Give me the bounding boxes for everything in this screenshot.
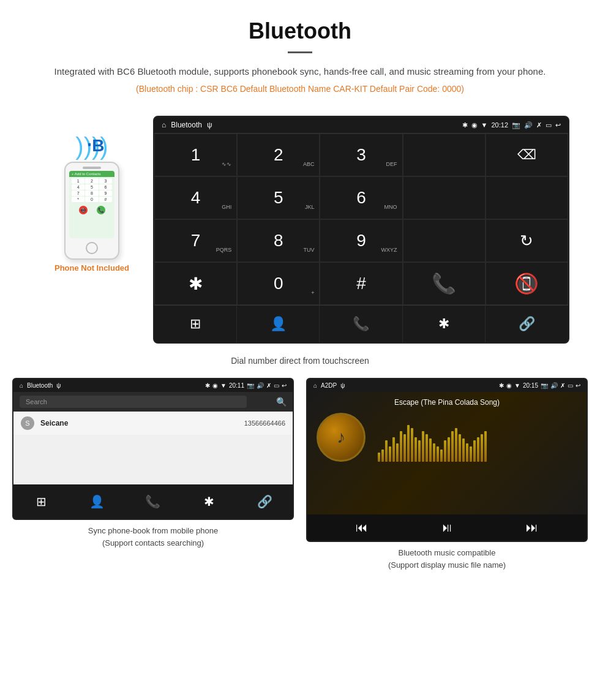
pb-bt-icon: ✱ — [205, 382, 210, 389]
eq-bar — [444, 440, 446, 462]
phone-not-included-label: Phone Not Included — [54, 263, 129, 273]
key-hash[interactable]: # — [320, 262, 402, 305]
dialpad-bottom-nav: ⊞ 👤 📞 ✱ 🔗 — [154, 305, 568, 342]
phonebook-screenshot: ⌂ Bluetooth ψ ✱ ◉ ▼ 20:11 📷 🔊 ✗ ▭ ↩ — [12, 378, 294, 520]
pb-cam-icon: 📷 — [247, 382, 254, 389]
key-8[interactable]: 8TUV — [237, 219, 320, 262]
key-end-call[interactable]: 📵 — [486, 262, 568, 305]
description-text: Integrated with BC6 Bluetooth module, su… — [37, 64, 563, 79]
music-song-title: Escape (The Pina Colada Song) — [394, 398, 500, 407]
key-3[interactable]: 3DEF — [320, 134, 402, 176]
contact-avatar: S — [21, 416, 34, 430]
time-display: 20:12 — [491, 121, 508, 129]
bluetooth-status-icon: ✱ — [462, 121, 468, 129]
pb-search-input[interactable]: Search — [20, 396, 247, 408]
eq-bar — [448, 437, 450, 462]
window-icon: ▭ — [546, 121, 552, 129]
music-win-icon: ▭ — [568, 382, 573, 389]
dialpad-screen: ⌂ Bluetooth ψ ✱ ◉ ▼ 20:12 📷 🔊 ✗ ▭ ↩ — [153, 116, 569, 344]
pb-usb-icon: ψ — [56, 382, 61, 389]
usb-icon: ψ — [207, 121, 212, 129]
key-4[interactable]: 4GHI — [154, 176, 237, 219]
contact-number: 13566664466 — [244, 420, 285, 427]
key-refresh[interactable]: ↻ — [486, 219, 568, 262]
key-call[interactable]: 📞 — [403, 262, 486, 305]
top-row: )))) ‧B + Add to Contacts 123 456 789 *0… — [12, 116, 588, 344]
specs-text: (Bluetooth chip : CSR BC6 Default Blueto… — [37, 84, 563, 94]
contact-name: Seicane — [40, 419, 244, 427]
music-controls: ⏮ ⏯ ⏭ — [307, 514, 587, 541]
music-screen: Escape (The Pina Colada Song) ♪ — [307, 392, 587, 514]
next-track-button[interactable]: ⏭ — [526, 521, 538, 535]
phone-screen: + Add to Contacts 123 456 789 *0# 📵 📞 — [69, 171, 114, 238]
play-pause-button[interactable]: ⏯ — [441, 521, 453, 535]
search-icon[interactable]: 🔍 — [276, 397, 287, 407]
music-close-icon: ✗ — [560, 382, 565, 389]
dialpad-grid: 1∿∿ 2ABC 3DEF ⌫ 4GHI 5JKL 6MNO 7PQRS 8TU… — [154, 133, 568, 305]
eq-bar — [470, 446, 472, 462]
eq-bar — [437, 446, 439, 462]
pb-search-bar: Search 🔍 — [13, 392, 293, 412]
key-star[interactable]: ✱ — [154, 262, 237, 305]
eq-bar — [484, 431, 487, 462]
music-card: ⌂ A2DP ψ ✱ ◉ ▼ 20:15 📷 🔊 ✗ ▭ ↩ — [306, 378, 588, 571]
header-section: Bluetooth Integrated with BC6 Bluetooth … — [0, 0, 600, 116]
eq-bar — [429, 438, 432, 462]
nav-contacts[interactable]: 👤 — [237, 306, 320, 342]
music-signal-icon: ▼ — [514, 382, 520, 389]
eq-bar — [414, 437, 417, 462]
music-usb-icon: ψ — [340, 382, 345, 389]
key-1[interactable]: 1∿∿ — [154, 134, 237, 176]
eq-bar — [403, 434, 406, 462]
eq-bar — [433, 443, 435, 462]
pb-nav-keypad[interactable]: ⊞ — [13, 489, 69, 514]
title-divider — [288, 51, 312, 53]
music-bt-icon: ✱ — [499, 382, 504, 389]
eq-bar — [396, 443, 399, 462]
eq-bar — [378, 453, 380, 462]
pb-close-icon: ✗ — [266, 382, 271, 389]
key-2[interactable]: 2ABC — [237, 134, 320, 176]
eq-bar — [426, 434, 428, 462]
nav-link[interactable]: 🔗 — [486, 306, 568, 342]
key-delete[interactable]: ⌫ — [486, 134, 568, 176]
pb-nav-contacts[interactable]: 👤 — [69, 489, 125, 514]
eq-bar — [466, 443, 468, 462]
key-6[interactable]: 6MNO — [320, 176, 402, 219]
pb-nav-bar: ⊞ 👤 📞 ✱ 🔗 — [13, 484, 293, 519]
pb-statusbar-right: ✱ ◉ ▼ 20:11 📷 🔊 ✗ ▭ ↩ — [205, 382, 287, 389]
nav-keypad[interactable]: ⊞ — [154, 306, 237, 342]
key-7[interactable]: 7PQRS — [154, 219, 237, 262]
cell-empty-1 — [403, 134, 486, 176]
location-icon: ◉ — [471, 121, 478, 129]
prev-track-button[interactable]: ⏮ — [356, 521, 368, 535]
key-9[interactable]: 9WXYZ — [320, 219, 402, 262]
music-note-icon: ♪ — [337, 427, 345, 447]
key-0[interactable]: 0+ — [237, 262, 320, 305]
pb-nav-link[interactable]: 🔗 — [237, 489, 293, 514]
eq-bar — [440, 450, 443, 462]
pb-nav-bt[interactable]: ✱ — [181, 489, 237, 514]
page-title: Bluetooth — [37, 18, 563, 44]
pb-nav-calls[interactable]: 📞 — [125, 489, 181, 514]
key-5[interactable]: 5JKL — [237, 176, 320, 219]
pb-bluetooth-label: Bluetooth — [27, 382, 53, 389]
eq-bar — [459, 434, 461, 462]
eq-bar — [392, 437, 395, 462]
music-loc-icon: ◉ — [506, 382, 512, 389]
nav-bluetooth-nav[interactable]: ✱ — [403, 306, 486, 342]
pb-back-icon: ↩ — [282, 382, 287, 389]
nav-calls[interactable]: 📞 — [320, 306, 402, 342]
pb-signal-icon: ▼ — [220, 382, 227, 389]
eq-bar — [389, 446, 391, 462]
music-statusbar-right: ✱ ◉ ▼ 20:15 📷 🔊 ✗ ▭ ↩ — [499, 382, 580, 389]
pb-vol-icon: 🔊 — [257, 382, 264, 389]
equalizer-bars — [378, 413, 577, 462]
pb-statusbar: ⌂ Bluetooth ψ ✱ ◉ ▼ 20:11 📷 🔊 ✗ ▭ ↩ — [13, 379, 293, 392]
eq-bar — [418, 440, 421, 462]
pb-statusbar-left: ⌂ Bluetooth ψ — [20, 382, 61, 389]
pb-empty-area — [13, 435, 293, 484]
phone-device: + Add to Contacts 123 456 789 *0# 📵 📞 — [64, 162, 119, 260]
dialpad-statusbar: ⌂ Bluetooth ψ ✱ ◉ ▼ 20:12 📷 🔊 ✗ ▭ ↩ — [154, 117, 568, 133]
close-icon: ✗ — [536, 121, 542, 129]
